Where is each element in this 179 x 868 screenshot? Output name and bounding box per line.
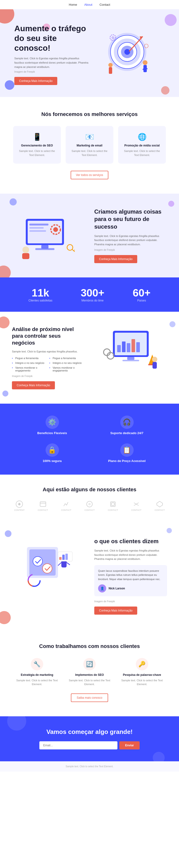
seo-impl-icon: 🔄 — [83, 658, 96, 670]
stat-team-label: Membros do time — [81, 299, 104, 302]
logo-3: CONTACT — [61, 500, 71, 511]
hero-section: Aumente o tráfego do seu site conosco! S… — [0, 9, 179, 97]
clients-section: Aqui estão alguns de nossos clientes CON… — [0, 474, 179, 523]
list-item-6: •Vamos monitorar o engajamento — [49, 366, 85, 372]
stat-team: 300+ Membros do time — [81, 287, 104, 302]
svg-point-28 — [67, 245, 73, 250]
stat-clients-label: Clientes satisfeitas — [28, 299, 52, 302]
list-item-5: •Vamos monitorar o engajamento — [12, 366, 48, 372]
svg-rect-34 — [122, 341, 126, 352]
logos-grid: CONTENT CONTACT CONTACT CONTACT CONTACT … — [9, 500, 170, 511]
analytics-image-credit: Imagem de Freepik — [12, 375, 85, 377]
about-cta-button[interactable]: Conheça Mais Informação — [94, 255, 137, 263]
svg-point-59 — [43, 564, 52, 573]
marketing-icon: 🔧 — [31, 658, 43, 670]
service-seo-desc: Sample text. Click to select the Text El… — [18, 149, 56, 157]
logo-icon-6 — [132, 500, 140, 508]
cta-section: Vamos começar algo grande! Enviar — [0, 716, 179, 761]
nav-contact[interactable]: Contact — [100, 3, 110, 6]
logo-icon-1 — [16, 500, 23, 508]
secure-icon: 🔒 — [46, 443, 59, 457]
cta-title: Vamos começar algo grande! — [9, 728, 170, 736]
about-content: Criamos algumas coisas para o seu futuro… — [94, 208, 167, 263]
list-item-3: •Integre-o no seu negócio — [12, 362, 48, 364]
svg-rect-33 — [117, 345, 121, 352]
target-illustration — [99, 28, 156, 81]
seo-icon: 📱 — [18, 133, 56, 141]
svg-rect-37 — [136, 342, 140, 352]
hero-cta-button[interactable]: Conheça Mais Informação — [14, 77, 57, 85]
how-seo-title: Implementos de SEO — [66, 673, 113, 677]
svg-point-15 — [111, 36, 114, 39]
support-icon: 🎧 — [120, 415, 134, 429]
logo-icon-4 — [86, 500, 93, 508]
how-marketing-title: Estratégia de marketing — [13, 673, 61, 677]
service-email-title: Marketing de email — [70, 144, 109, 147]
how-keywords-title: Pesquisa de palavras-chave — [118, 673, 166, 677]
service-social-title: Promoção de mídia social — [123, 144, 161, 147]
about-illustration — [12, 212, 85, 259]
stat-countries-label: Países — [133, 299, 151, 302]
blob-purple-hero — [165, 14, 177, 26]
logo-7: CONTACT — [155, 500, 165, 511]
cta-form: Enviar — [40, 741, 139, 749]
blob-white-cta2 — [153, 752, 165, 761]
nav-about[interactable]: About — [84, 3, 92, 6]
about-image-credit: Imagem de Freepik — [94, 249, 167, 251]
how-marketing-desc: Sample text. Click to select the Text El… — [13, 678, 61, 686]
testimonial-illustration — [12, 537, 85, 592]
logo-2: CONTACT — [38, 500, 48, 511]
blob-purple-about — [168, 201, 174, 207]
cta-submit-button[interactable]: Enviar — [119, 741, 139, 749]
services-cta-button[interactable]: Ver todos os serviços — [71, 171, 108, 179]
svg-line-29 — [72, 249, 75, 252]
clients-title: Aqui estão alguns de nossos clientes — [9, 487, 170, 493]
testimonial-content: o que os clientes dizem Sample text. Cli… — [94, 537, 167, 615]
svg-rect-52 — [111, 503, 114, 505]
svg-rect-67 — [66, 554, 68, 560]
logo-icon-5 — [109, 500, 117, 508]
how-we-work-section: Como trabalhamos com nossos clientes 🔧 E… — [0, 629, 179, 716]
testimonial-description: Sample text. Click to Egestas egestas fr… — [94, 549, 167, 561]
svg-point-42 — [152, 357, 157, 362]
logo-4: CONTACT — [84, 500, 95, 511]
testimonial-cta-button[interactable]: Conheça Mais Informação — [94, 607, 137, 615]
svg-rect-19 — [29, 224, 48, 225]
how-we-work-title: Como trabalhamos com nossos clientes — [9, 643, 170, 649]
nav-home[interactable]: Home — [69, 3, 77, 6]
blob-red-about — [0, 266, 11, 277]
support-label: Suporte dedicado 24/7 — [110, 431, 144, 435]
logo-5: CONTACT — [108, 500, 118, 511]
blob-purple-analytics — [170, 321, 175, 327]
testimonial-svg — [20, 537, 77, 592]
keywords-icon: 🔑 — [136, 658, 148, 670]
cta-email-input[interactable] — [40, 741, 118, 749]
svg-point-12 — [108, 63, 113, 67]
svg-rect-47 — [40, 502, 46, 506]
service-card-social: 🌐 Promoção de mídia social Sample text. … — [118, 126, 166, 164]
hero-illustration — [90, 28, 165, 81]
analytics-illustration — [94, 326, 167, 374]
blob-purple-test — [167, 528, 172, 533]
logo-icon-3 — [62, 500, 70, 508]
svg-rect-38 — [127, 357, 134, 360]
logo-icon-2 — [39, 500, 47, 508]
analytics-title: Análise de próximo nível para controlar … — [12, 326, 85, 346]
how-cta-button[interactable]: Saiba mais conosco — [71, 693, 108, 702]
services-btn-wrap: Ver todos os serviços — [9, 171, 170, 179]
testimonial-image-credit: Imagem de Freepik — [94, 600, 167, 603]
secure-label: 100% segura — [43, 459, 62, 463]
svg-marker-55 — [157, 501, 162, 507]
feature-secure: 🔒 100% segura — [19, 443, 85, 463]
hero-description: Sample text. Click to Egestas egestas fr… — [14, 56, 90, 69]
blob-red-hero — [0, 9, 14, 24]
blob-blue-hero — [5, 80, 14, 90]
svg-point-5 — [124, 49, 130, 55]
svg-point-8 — [143, 60, 148, 65]
stat-countries-number: 60+ — [133, 287, 151, 299]
features-section: ⚙️ Benefícios Flexíveis 🎧 Suporte dedica… — [0, 404, 179, 474]
svg-rect-39 — [123, 360, 139, 361]
about-section: Criamos algumas coisas para o seu futuro… — [0, 194, 179, 277]
svg-rect-66 — [62, 555, 65, 560]
analytics-cta-button[interactable]: Conheça Mais Informação — [12, 381, 55, 389]
